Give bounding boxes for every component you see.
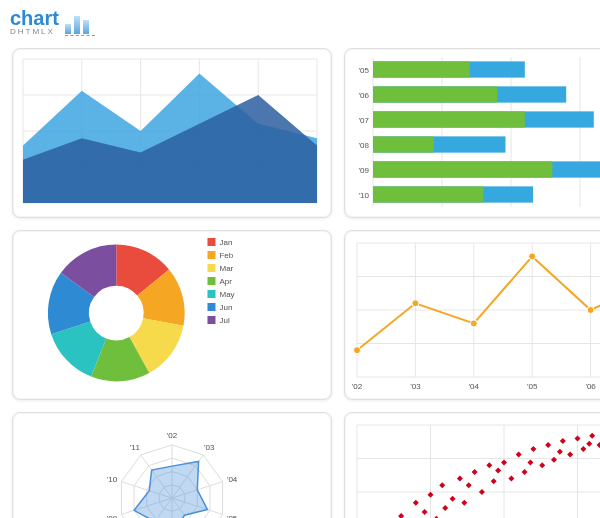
radar-chart-card[interactable]: '02'03'04'05'06'07'08'09'10'11	[12, 412, 332, 518]
svg-text:'06: '06	[585, 382, 596, 391]
svg-rect-29	[373, 161, 552, 177]
svg-rect-63	[207, 316, 215, 324]
line-chart-card[interactable]: '02'03'04'05'06'07	[344, 230, 600, 400]
svg-text:'08: '08	[359, 141, 370, 150]
svg-text:'10: '10	[359, 191, 370, 200]
chart-gallery-grid: '05'06'07'08'09'10 '03'04'05'06'07'08 Ja…	[0, 40, 600, 516]
svg-text:'05: '05	[527, 382, 538, 391]
svg-text:'05: '05	[227, 514, 238, 518]
svg-rect-57	[207, 277, 215, 285]
radar-chart: '02'03'04'05'06'07'08'09'10'11	[19, 419, 325, 518]
svg-point-83	[412, 300, 419, 307]
bar-chart-icon	[65, 12, 95, 36]
svg-text:'09: '09	[107, 514, 118, 518]
svg-point-86	[587, 307, 594, 314]
svg-text:'06: '06	[359, 91, 370, 100]
svg-point-82	[354, 347, 361, 354]
svg-rect-26	[373, 136, 434, 152]
svg-rect-20	[373, 86, 497, 102]
line-chart: '02'03'04'05'06'07	[351, 237, 600, 391]
svg-point-85	[529, 253, 536, 260]
logo-sub-text: DHTMLX	[10, 28, 55, 36]
area-chart	[19, 55, 321, 207]
donut-chart: JanFebMarAprMayJunJul	[19, 237, 323, 389]
app-logo: chart DHTMLX	[0, 0, 600, 40]
donut-chart-card[interactable]: JanFebMarAprMayJunJul	[12, 230, 332, 400]
svg-text:'10: '10	[107, 475, 118, 484]
svg-text:'05: '05	[359, 66, 370, 75]
scatter-chart: 51015	[351, 419, 600, 518]
svg-point-84	[470, 320, 477, 327]
svg-text:Jan: Jan	[219, 238, 232, 247]
scatter-chart-card[interactable]: 51015	[344, 412, 600, 518]
svg-text:Feb: Feb	[219, 251, 233, 260]
svg-rect-23	[373, 111, 525, 127]
svg-text:'02: '02	[167, 431, 178, 440]
svg-text:'03: '03	[204, 443, 215, 452]
svg-text:Mar: Mar	[219, 264, 233, 273]
svg-text:'07: '07	[359, 116, 370, 125]
svg-rect-51	[207, 238, 215, 246]
horizontal-bar-chart: '05'06'07'08'09'10	[351, 55, 600, 209]
svg-text:'11: '11	[130, 443, 141, 452]
area-chart-card[interactable]	[12, 48, 332, 218]
svg-text:'02: '02	[352, 382, 363, 391]
svg-text:Apr: Apr	[219, 277, 232, 286]
svg-rect-55	[207, 264, 215, 272]
svg-text:'04: '04	[227, 475, 238, 484]
svg-text:'09: '09	[359, 166, 370, 175]
svg-text:May: May	[219, 290, 234, 299]
svg-rect-32	[373, 186, 483, 202]
logo-main-text: chart	[10, 8, 59, 28]
svg-rect-17	[373, 61, 470, 77]
svg-rect-61	[207, 303, 215, 311]
svg-text:'04: '04	[469, 382, 480, 391]
svg-text:Jul: Jul	[219, 316, 229, 325]
svg-rect-59	[207, 290, 215, 298]
svg-text:'03: '03	[410, 382, 421, 391]
svg-text:Jun: Jun	[219, 303, 232, 312]
svg-rect-53	[207, 251, 215, 259]
horizontal-bar-chart-card[interactable]: '05'06'07'08'09'10	[344, 48, 600, 218]
